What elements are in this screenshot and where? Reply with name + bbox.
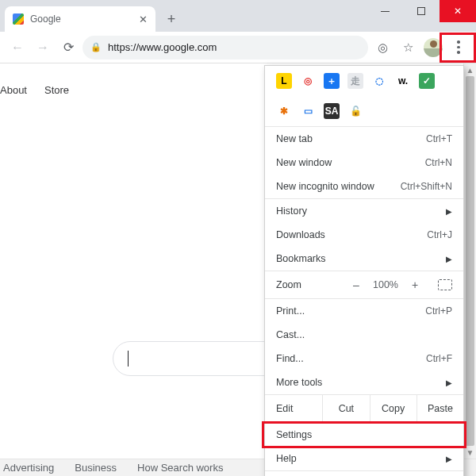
extension-row: ✱▭SA🔓: [265, 96, 463, 126]
menu-item-label: New incognito window: [276, 181, 401, 192]
menu-shortcut: Ctrl+T: [426, 133, 452, 144]
profile-avatar[interactable]: [422, 36, 444, 59]
menu-item-label: Bookmarks: [276, 253, 441, 264]
window-controls: ✕: [367, 0, 476, 32]
menu-shortcut: Ctrl+P: [425, 305, 452, 317]
extension-icon[interactable]: ▭: [300, 103, 316, 119]
avatar-icon: [424, 38, 443, 57]
fullscreen-icon[interactable]: [438, 279, 452, 290]
close-window-button[interactable]: ✕: [440, 0, 476, 22]
tab-title: Google: [30, 13, 132, 25]
menu-item-label: Zoom: [276, 279, 347, 290]
extension-icon[interactable]: 走: [347, 73, 363, 89]
scroll-down-icon[interactable]: ▼: [464, 446, 476, 459]
menu-downloads[interactable]: Downloads Ctrl+J: [265, 223, 463, 247]
menu-exit[interactable]: Exit: [265, 471, 463, 476]
menu-copy[interactable]: Copy: [370, 395, 417, 422]
menu-zoom: Zoom – 100% +: [265, 271, 463, 298]
submenu-arrow-icon: ▶: [446, 207, 452, 216]
bookmark-star-icon[interactable]: ☆: [397, 36, 419, 59]
vertical-scrollbar[interactable]: ▲ ▼: [463, 63, 476, 459]
extension-row: L◎＋走◌w.✓: [265, 66, 463, 96]
menu-bookmarks[interactable]: Bookmarks ▶: [265, 247, 463, 271]
menu-shortcut: Ctrl+Shift+N: [401, 181, 452, 192]
menu-item-label: History: [276, 205, 441, 217]
menu-cut[interactable]: Cut: [323, 395, 370, 422]
menu-new-window[interactable]: New window Ctrl+N: [265, 151, 463, 175]
menu-new-tab[interactable]: New tab Ctrl+T: [265, 127, 463, 151]
menu-item-label: More tools: [276, 377, 441, 388]
text-caret: [128, 351, 129, 367]
footer-advertising-link[interactable]: Advertising: [3, 462, 54, 474]
new-tab-button[interactable]: +: [160, 8, 182, 30]
menu-item-label: New tab: [276, 133, 426, 144]
extension-icon[interactable]: ＋: [324, 73, 340, 89]
google-favicon: [13, 13, 24, 25]
menu-more-tools[interactable]: More tools ▶: [265, 370, 463, 394]
footer-how-link[interactable]: How Search works: [137, 462, 223, 474]
url-text: https://www.google.com: [108, 41, 217, 53]
menu-settings[interactable]: Settings: [265, 423, 463, 447]
target-icon[interactable]: ◎: [371, 36, 393, 59]
browser-tab[interactable]: Google ✕: [5, 6, 155, 32]
extension-icon[interactable]: L: [276, 73, 292, 89]
menu-print[interactable]: Print... Ctrl+P: [265, 299, 463, 323]
submenu-arrow-icon: ▶: [446, 255, 452, 263]
window-titlebar: Google ✕ + ✕: [0, 0, 476, 32]
reload-button[interactable]: ⟳: [57, 36, 79, 59]
menu-incognito[interactable]: New incognito window Ctrl+Shift+N: [265, 175, 463, 198]
menu-item-label: Cast...: [276, 329, 452, 340]
extension-icon[interactable]: ✓: [419, 73, 435, 89]
submenu-arrow-icon: ▶: [446, 378, 452, 387]
menu-help[interactable]: Help ▶: [265, 447, 463, 470]
chrome-menu: L◎＋走◌w.✓ ✱▭SA🔓 New tab Ctrl+T New window…: [264, 65, 464, 476]
menu-shortcut: Ctrl+F: [426, 353, 452, 364]
extension-icon[interactable]: ◎: [300, 73, 316, 89]
minimize-button[interactable]: [367, 0, 403, 22]
back-button[interactable]: ←: [6, 36, 29, 59]
menu-item-label: Find...: [276, 353, 426, 364]
extension-icon[interactable]: 🔓: [347, 103, 363, 119]
lock-icon: 🔒: [90, 42, 102, 52]
menu-edit-row: Edit Cut Copy Paste: [265, 395, 463, 422]
browser-toolbar: ← → ⟳ 🔒 https://www.google.com ◎ ☆: [0, 32, 476, 63]
menu-shortcut: Ctrl+J: [427, 229, 452, 240]
menu-item-label: Help: [276, 453, 441, 464]
chrome-menu-button[interactable]: [447, 36, 470, 59]
menu-shortcut: Ctrl+N: [425, 157, 452, 168]
scroll-up-icon[interactable]: ▲: [464, 63, 476, 76]
extension-icon[interactable]: ◌: [371, 73, 387, 89]
menu-item-label: Settings: [276, 429, 452, 440]
address-bar[interactable]: 🔒 https://www.google.com: [83, 36, 368, 60]
close-tab-icon[interactable]: ✕: [139, 13, 148, 25]
maximize-button[interactable]: [403, 0, 440, 22]
zoom-out-button[interactable]: –: [347, 278, 365, 291]
menu-history[interactable]: History ▶: [265, 199, 463, 223]
menu-edit-label: Edit: [265, 395, 323, 422]
menu-find[interactable]: Find... Ctrl+F: [265, 347, 463, 370]
menu-item-label: New window: [276, 157, 425, 168]
footer-business-link[interactable]: Business: [75, 462, 117, 474]
menu-item-label: Downloads: [276, 229, 427, 240]
menu-cast[interactable]: Cast...: [265, 323, 463, 347]
forward-button[interactable]: →: [32, 36, 54, 59]
menu-paste[interactable]: Paste: [417, 395, 463, 422]
menu-item-label: Print...: [276, 305, 425, 317]
scroll-thumb[interactable]: [466, 76, 474, 446]
extension-icon[interactable]: ✱: [276, 103, 292, 119]
zoom-level: 100%: [373, 279, 398, 290]
zoom-in-button[interactable]: +: [406, 278, 424, 291]
submenu-arrow-icon: ▶: [446, 455, 452, 463]
about-link[interactable]: About: [0, 84, 27, 96]
extension-icon[interactable]: SA: [324, 103, 340, 119]
store-link[interactable]: Store: [44, 84, 69, 96]
extension-icon[interactable]: w.: [395, 73, 411, 89]
